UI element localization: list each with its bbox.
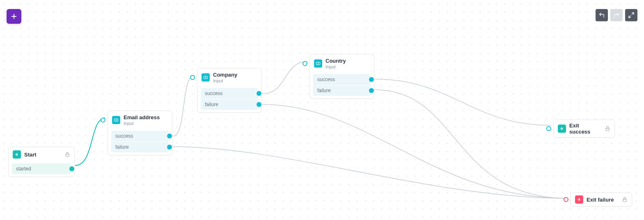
node-outputs: success failure [310, 73, 374, 98]
output-port[interactable] [257, 91, 261, 96]
output-success[interactable]: success [111, 131, 169, 141]
input-port[interactable] [546, 126, 551, 131]
input-port[interactable] [564, 197, 568, 202]
node-title: Exit success [569, 122, 601, 135]
output-label: started [16, 166, 31, 172]
input-icon [112, 116, 120, 124]
node-subtitle: Input [213, 78, 257, 83]
undo-icon [598, 12, 605, 18]
svg-rect-11 [606, 128, 609, 131]
svg-rect-4 [66, 154, 69, 156]
input-port[interactable] [190, 75, 195, 80]
node-subtitle: Input [325, 64, 370, 69]
node-title: Country [325, 58, 370, 64]
exit-success-icon [558, 125, 566, 133]
node-country[interactable]: Country Input success failure [309, 54, 374, 99]
lock-icon [64, 152, 70, 157]
node-title: Company [213, 72, 257, 78]
output-label: success [205, 91, 222, 96]
node-title: Start [24, 152, 61, 158]
node-outputs: success failure [108, 129, 172, 155]
connectors-layer [0, 0, 644, 220]
expand-icon [628, 12, 635, 18]
fullscreen-button[interactable] [625, 9, 637, 21]
output-port[interactable] [257, 102, 261, 107]
input-icon [314, 59, 322, 68]
output-label: success [115, 133, 133, 139]
node-header: Country Input [310, 54, 374, 73]
node-start[interactable]: Start started [8, 147, 75, 177]
node-title: Exit failure [587, 197, 619, 203]
output-port[interactable] [369, 77, 374, 82]
svg-line-3 [629, 16, 631, 18]
node-company[interactable]: Company Input success failure [197, 68, 262, 113]
undo-button[interactable] [596, 9, 608, 21]
output-success[interactable]: success [313, 74, 371, 85]
output-failure[interactable]: failure [111, 142, 169, 152]
output-port[interactable] [69, 166, 74, 171]
plus-icon [10, 13, 18, 20]
output-failure[interactable]: failure [201, 99, 258, 110]
node-exit-failure[interactable]: Exit failure [571, 193, 632, 206]
output-failure[interactable]: failure [313, 85, 371, 96]
lock-icon [605, 126, 610, 132]
output-label: failure [317, 88, 331, 93]
output-port[interactable] [167, 134, 172, 138]
output-started[interactable]: started [12, 163, 71, 174]
output-port[interactable] [369, 88, 374, 93]
svg-line-2 [632, 13, 634, 15]
input-port[interactable] [303, 61, 307, 66]
output-label: success [317, 77, 335, 82]
svg-rect-12 [623, 199, 626, 202]
node-subtitle: Input [124, 121, 168, 126]
input-port[interactable] [101, 118, 105, 122]
add-node-button[interactable] [7, 9, 21, 24]
exit-failure-icon [575, 195, 583, 204]
lock-icon [622, 197, 628, 202]
redo-icon [613, 12, 620, 18]
node-email[interactable]: Email address Input success failure [108, 111, 172, 155]
output-label: failure [115, 144, 129, 150]
input-icon [202, 73, 210, 82]
node-header: Company Input [197, 68, 261, 86]
node-title: Email address [124, 114, 168, 120]
node-header: Start [9, 147, 74, 162]
node-header: Email address Input [108, 111, 172, 129]
output-port[interactable] [167, 145, 172, 150]
canvas-toolbar [596, 9, 637, 21]
redo-button [610, 9, 623, 21]
output-success[interactable]: success [201, 88, 258, 99]
output-label: failure [205, 102, 218, 107]
node-outputs: success failure [197, 86, 261, 112]
node-exit-success[interactable]: Exit success [553, 120, 615, 138]
node-outputs: started [9, 162, 74, 177]
flow-canvas[interactable]: Start started Email address Input succes… [0, 0, 644, 220]
start-icon [13, 150, 21, 159]
